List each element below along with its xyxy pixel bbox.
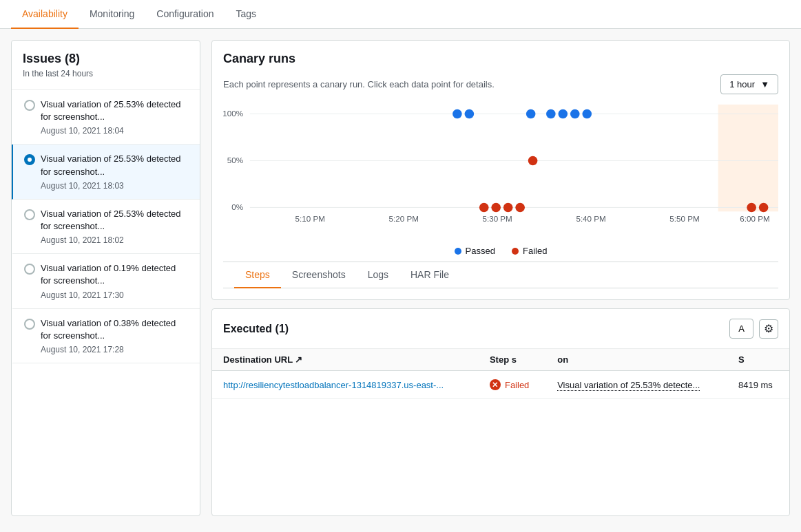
issue-radio-5[interactable] bbox=[24, 319, 35, 330]
issues-panel: Issues (8) In the last 24 hours Visual v… bbox=[11, 40, 200, 516]
failed-dot-4[interactable] bbox=[515, 203, 525, 213]
passed-dot-4[interactable] bbox=[546, 109, 556, 119]
passed-dot-1[interactable] bbox=[452, 109, 462, 119]
issue-date-5: August 10, 2021 17:28 bbox=[41, 345, 189, 354]
x-label-510: 5:10 PM bbox=[295, 214, 325, 223]
table-cell-time: 8419 ms bbox=[727, 371, 789, 399]
chevron-down-icon: ▼ bbox=[760, 79, 769, 89]
tab-screenshots[interactable]: Screenshots bbox=[281, 262, 357, 288]
issues-title-text: Issues bbox=[23, 52, 61, 65]
failed-legend-dot bbox=[512, 248, 519, 255]
issues-header: Issues (8) In the last 24 hours bbox=[12, 41, 200, 90]
top-navigation: Availability Monitoring Configuration Ta… bbox=[0, 0, 801, 29]
x-label-540: 5:40 PM bbox=[576, 214, 605, 223]
issue-radio-4[interactable] bbox=[24, 264, 35, 275]
issue-item-1[interactable]: Visual variation of 25.53% detected for … bbox=[12, 90, 200, 145]
issue-date-3: August 10, 2021 18:02 bbox=[41, 235, 189, 245]
table-row: http://resiliencytestloadbalancer-131481… bbox=[212, 371, 789, 399]
table-cell-description: Visual variation of 25.53% detecte... bbox=[546, 371, 727, 399]
issue-title-1: Visual variation of 25.53% detected for … bbox=[41, 98, 189, 123]
chart-container: 100% 50% 0% 5:10 PM 5:20 PM 5:30 PM 5:40… bbox=[223, 103, 778, 240]
issue-radio-1[interactable] bbox=[24, 100, 35, 111]
nav-tab-tags[interactable]: Tags bbox=[225, 0, 268, 29]
failed-dot-5[interactable] bbox=[747, 203, 756, 213]
issue-radio-2[interactable] bbox=[24, 154, 35, 165]
tab-har-file[interactable]: HAR File bbox=[399, 262, 460, 288]
failed-dot-50[interactable] bbox=[528, 156, 538, 166]
issue-title-4: Visual variation of 0.19% detected for s… bbox=[41, 262, 189, 287]
executed-table: Destination URL ↗ Step s on S http://res… bbox=[212, 349, 789, 399]
issue-date-2: August 10, 2021 18:03 bbox=[41, 181, 189, 191]
nav-tab-availability[interactable]: Availability bbox=[11, 0, 79, 29]
issues-count-paren: (8) bbox=[65, 52, 80, 65]
destination-url-link[interactable]: http://resiliencytestloadbalancer-131481… bbox=[223, 380, 444, 390]
issue-item-4[interactable]: Visual variation of 0.19% detected for s… bbox=[12, 254, 200, 308]
executed-title: Executed (1) bbox=[223, 323, 289, 335]
executed-action-button[interactable]: A bbox=[729, 319, 753, 339]
tab-steps[interactable]: Steps bbox=[234, 262, 281, 288]
y-label-50: 50% bbox=[227, 156, 243, 164]
issue-title-5: Visual variation of 0.38% detected for s… bbox=[41, 317, 189, 342]
chart-highlight-band bbox=[718, 105, 778, 211]
nav-tab-monitoring[interactable]: Monitoring bbox=[79, 0, 145, 29]
issue-text-5: Visual variation of 0.38% detected for s… bbox=[41, 317, 189, 354]
failed-legend-label: Failed bbox=[523, 246, 547, 256]
passed-dot-5[interactable] bbox=[559, 109, 568, 119]
issue-item-2[interactable]: Visual variation of 25.53% detected for … bbox=[12, 145, 200, 199]
settings-icon[interactable]: ⚙ bbox=[759, 319, 778, 339]
status-label: Failed bbox=[505, 380, 529, 390]
main-container: Issues (8) In the last 24 hours Visual v… bbox=[0, 29, 801, 527]
failed-dot-3[interactable] bbox=[503, 203, 513, 213]
issue-radio-3[interactable] bbox=[24, 209, 35, 220]
issue-item-3[interactable]: Visual variation of 25.53% detected for … bbox=[12, 200, 200, 254]
time-selector-button[interactable]: 1 hour ▼ bbox=[720, 74, 778, 94]
canary-runs-card: Canary runs Each point represents a cana… bbox=[211, 40, 790, 300]
issues-count: 8 bbox=[69, 52, 76, 65]
canary-chart-svg: 100% 50% 0% 5:10 PM 5:20 PM 5:30 PM 5:40… bbox=[223, 103, 778, 240]
tab-logs[interactable]: Logs bbox=[357, 262, 399, 288]
issue-text-1: Visual variation of 25.53% detected for … bbox=[41, 98, 189, 136]
table-cell-status: ✕ Failed bbox=[479, 371, 546, 399]
x-label-550: 5:50 PM bbox=[669, 214, 699, 223]
chart-description: Each point represents a canary run. Clic… bbox=[223, 79, 495, 89]
executed-actions: A ⚙ bbox=[729, 319, 778, 339]
issue-title-3: Visual variation of 25.53% detected for … bbox=[41, 208, 189, 233]
table-cell-url: http://resiliencytestloadbalancer-131481… bbox=[212, 371, 479, 399]
status-failed-indicator: ✕ Failed bbox=[490, 379, 535, 390]
steps-tabs-bar: Steps Screenshots Logs HAR File bbox=[223, 262, 778, 288]
passed-dot-3[interactable] bbox=[526, 109, 536, 119]
passed-dot-2[interactable] bbox=[465, 109, 475, 119]
table-container: Destination URL ↗ Step s on S http://res… bbox=[212, 349, 789, 399]
executed-count: 1 bbox=[279, 323, 285, 334]
passed-dot-7[interactable] bbox=[582, 109, 592, 119]
passed-legend-label: Passed bbox=[466, 246, 495, 256]
issue-text-4: Visual variation of 0.19% detected for s… bbox=[41, 262, 189, 299]
executed-header: Executed (1) A ⚙ bbox=[212, 309, 789, 349]
failed-dot-2[interactable] bbox=[491, 203, 501, 213]
issue-text-2: Visual variation of 25.53% detected for … bbox=[41, 153, 189, 190]
issue-text-3: Visual variation of 25.53% detected for … bbox=[41, 208, 189, 245]
failed-icon: ✕ bbox=[490, 379, 501, 390]
issue-title-2: Visual variation of 25.53% detected for … bbox=[41, 153, 189, 178]
legend-failed: Failed bbox=[512, 246, 547, 256]
passed-legend-dot bbox=[455, 248, 461, 255]
right-panel: Canary runs Each point represents a cana… bbox=[211, 40, 790, 516]
y-label-0: 0% bbox=[231, 202, 243, 211]
col-header-on: on bbox=[546, 349, 727, 371]
issue-item-5[interactable]: Visual variation of 0.38% detected for s… bbox=[12, 309, 200, 363]
x-label-520: 5:20 PM bbox=[389, 214, 419, 223]
chart-header: Each point represents a canary run. Clic… bbox=[223, 74, 778, 94]
y-label-100: 100% bbox=[223, 109, 243, 118]
canary-runs-title: Canary runs bbox=[223, 52, 778, 66]
passed-dot-6[interactable] bbox=[570, 109, 580, 119]
nav-tab-configuration[interactable]: Configuration bbox=[145, 0, 225, 29]
executed-title-text: Executed bbox=[223, 323, 272, 334]
issue-date-4: August 10, 2021 17:30 bbox=[41, 290, 189, 300]
failed-dot-1[interactable] bbox=[479, 203, 489, 213]
description-label: Visual variation of 25.53% detecte... bbox=[557, 380, 700, 391]
failed-dot-6[interactable] bbox=[759, 203, 769, 213]
issues-title: Issues (8) bbox=[23, 52, 189, 66]
issues-subtitle: In the last 24 hours bbox=[23, 69, 189, 78]
issue-date-1: August 10, 2021 18:04 bbox=[41, 126, 189, 136]
col-header-step: Step s bbox=[479, 349, 546, 371]
